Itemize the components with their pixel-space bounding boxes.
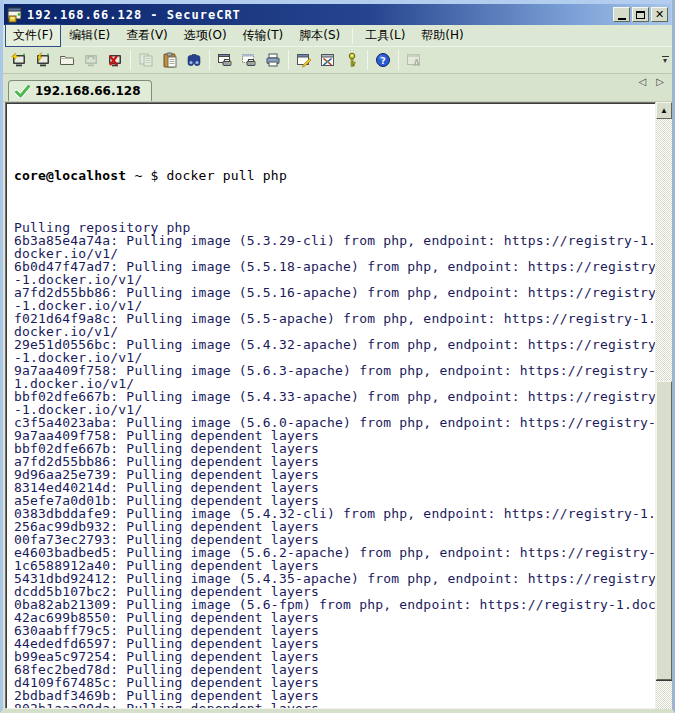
disconnect-button[interactable]	[103, 49, 127, 72]
toolbar-separator	[209, 50, 210, 70]
menu-view[interactable]: 查看(V)	[118, 24, 176, 47]
window-title: 192.168.66.128 - SecureCRT	[27, 8, 609, 22]
svg-text:?: ?	[380, 56, 385, 66]
print-selection-button[interactable]	[237, 49, 261, 72]
disconnect-icon	[107, 52, 123, 68]
chevron-down-icon: ▾	[663, 58, 667, 64]
help-icon: ?	[375, 52, 391, 68]
quick-connect-icon	[11, 52, 27, 68]
menu-file[interactable]: 文件(F)	[5, 24, 61, 47]
maximize-icon	[636, 11, 645, 19]
prompt-line: core@localhost ~ $ docker pull php	[14, 169, 655, 182]
generate-key-button[interactable]	[340, 49, 364, 72]
menu-script[interactable]: 脚本(S)	[291, 24, 348, 47]
terminal-row: core@localhost ~ $ docker pull php Pulli…	[3, 102, 672, 709]
reconnect-button[interactable]	[79, 49, 103, 72]
print-button[interactable]	[261, 49, 285, 72]
toolbar-separator	[398, 50, 399, 70]
titlebar[interactable]: 192.168.66.128 - SecureCRT ✕	[4, 4, 671, 25]
copy-icon	[138, 52, 154, 68]
app-icon	[7, 7, 23, 23]
open-sessions-button[interactable]	[55, 49, 79, 72]
connect-button[interactable]	[31, 49, 55, 72]
help-button[interactable]: ?	[371, 49, 395, 72]
menu-help[interactable]: 帮助(H)	[413, 24, 471, 47]
toolbar: ? A ▾	[3, 47, 672, 74]
connect-icon	[35, 52, 51, 68]
print-selection-icon	[241, 52, 257, 68]
minimize-button[interactable]	[613, 7, 630, 22]
securecrt-window: 192.168.66.128 - SecureCRT ✕ 文件(F) 编辑(E)…	[0, 0, 675, 713]
toolbar-overflow-button[interactable]: ▾	[659, 51, 671, 69]
global-options-button[interactable]	[316, 49, 340, 72]
sessions-folder-icon	[59, 52, 75, 68]
toolbar-separator	[367, 50, 368, 70]
connected-check-icon	[15, 85, 30, 98]
menu-bar: 文件(F) 编辑(E) 查看(V) 选项(O) 传输(T) 脚本(S) 工具(L…	[3, 25, 672, 47]
menu-tools[interactable]: 工具(L)	[357, 24, 413, 47]
reconnect-icon	[83, 52, 99, 68]
scrollbar-thumb[interactable]	[656, 381, 672, 680]
svg-text:A: A	[413, 59, 420, 68]
scroll-up-button[interactable]: ▲	[656, 102, 672, 119]
printer-icon	[265, 52, 281, 68]
close-icon: ✕	[655, 10, 664, 20]
vertical-scrollbar[interactable]: ▲	[656, 102, 672, 709]
fonts-button[interactable]: A	[402, 49, 426, 72]
paste-button[interactable]	[158, 49, 182, 72]
toolbar-separator	[130, 50, 131, 70]
quick-connect-button[interactable]	[7, 49, 31, 72]
tab-scroll-right-icon[interactable]: ▷	[656, 77, 664, 87]
titlebar-wrap: 192.168.66.128 - SecureCRT ✕	[3, 0, 672, 25]
prompt-rest: ~ $	[126, 168, 166, 183]
print-screen-button[interactable]	[213, 49, 237, 72]
key-icon	[344, 52, 360, 68]
minimize-icon	[618, 18, 626, 20]
paste-icon	[162, 52, 178, 68]
fonts-icon: A	[406, 52, 422, 68]
find-button[interactable]	[182, 49, 206, 72]
print-screen-icon	[217, 52, 233, 68]
find-icon	[186, 52, 202, 68]
menu-edit[interactable]: 编辑(E)	[61, 24, 118, 47]
prompt-user: core@localhost	[14, 168, 126, 183]
menu-options[interactable]: 选项(O)	[176, 24, 235, 47]
session-options-button[interactable]	[292, 49, 316, 72]
maximize-button[interactable]	[632, 7, 649, 22]
command-text: docker pull php	[167, 168, 287, 183]
session-options-icon	[296, 52, 312, 68]
arrow-up-icon: ▲	[660, 106, 668, 115]
global-options-icon	[320, 52, 336, 68]
close-button[interactable]: ✕	[651, 7, 668, 22]
terminal-line: 802b1aaa89da: Pulling dependent layers	[14, 702, 655, 709]
tab-scroll-left-icon[interactable]: ◁	[639, 77, 647, 87]
session-tab-label: 192.168.66.128	[35, 84, 141, 98]
toolbar-separator	[288, 50, 289, 70]
menu-transfer[interactable]: 传输(T)	[235, 24, 292, 47]
terminal-output: core@localhost ~ $ docker pull php Pulli…	[6, 103, 655, 709]
tab-bar: 192.168.66.128 ◁ ▷	[3, 74, 672, 102]
session-tab[interactable]: 192.168.66.128	[8, 80, 152, 101]
menu-separator	[352, 28, 353, 44]
copy-button[interactable]	[134, 49, 158, 72]
terminal-screen[interactable]: core@localhost ~ $ docker pull php Pulli…	[5, 102, 656, 709]
